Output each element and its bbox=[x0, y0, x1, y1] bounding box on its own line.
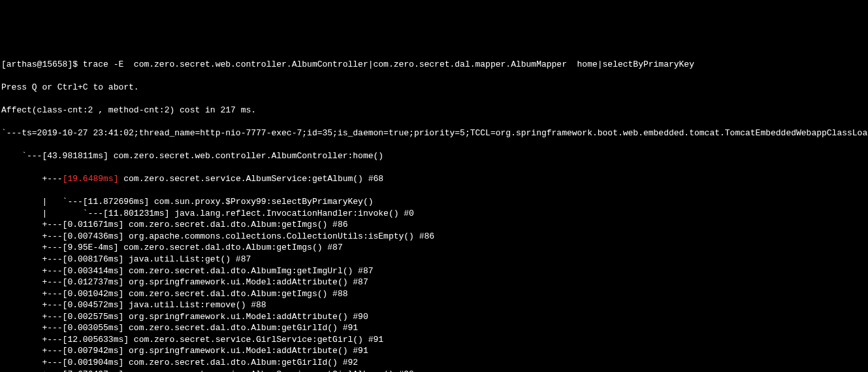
tree-prefix: +--- bbox=[1, 174, 63, 184]
root-call: `---[43.981811ms] com.zero.secret.web.co… bbox=[1, 150, 867, 162]
trace-tree: | `---[11.872696ms] com.sun.proxy.$Proxy… bbox=[1, 196, 867, 372]
trace-line: | `---[11.872696ms] com.sun.proxy.$Proxy… bbox=[1, 196, 867, 208]
trace-line: +---[0.002575ms] org.springframework.ui.… bbox=[1, 311, 867, 323]
abort-hint: Press Q or Ctrl+C to abort. bbox=[1, 82, 867, 93]
trace-line: | `---[11.801231ms] java.lang.reflect.In… bbox=[1, 208, 867, 220]
trace-line: +---[7.676497ms] com.zero.secret.service… bbox=[1, 369, 867, 373]
trace-line: +---[0.003055ms] com.zero.secret.dal.dto… bbox=[1, 322, 867, 334]
trace-line: +---[0.008176ms] java.util.List:get() #8… bbox=[1, 254, 867, 265]
trace-line: +---[0.007436ms] org.apache.commons.coll… bbox=[1, 231, 867, 243]
highlighted-call: +---[19.6489ms] com.zero.secret.service.… bbox=[1, 173, 867, 185]
trace-line: +---[0.001904ms] com.zero.secret.dal.dto… bbox=[1, 357, 867, 369]
affect-status: Affect(class-cnt:2 , method-cnt:2) cost … bbox=[1, 105, 867, 116]
trace-line: +---[9.95E-4ms] com.zero.secret.dal.dto.… bbox=[1, 242, 867, 254]
command-prompt: [arthas@15658]$ trace -E com.zero.secret… bbox=[1, 59, 867, 71]
trace-line: +---[12.005633ms] com.zero.secret.servic… bbox=[1, 334, 867, 346]
trace-line: +---[0.001042ms] com.zero.secret.dal.dto… bbox=[1, 288, 867, 300]
trace-line: +---[0.003414ms] com.zero.secret.dal.dto… bbox=[1, 265, 867, 277]
trace-line: +---[0.007942ms] org.springframework.ui.… bbox=[1, 345, 867, 357]
trace-line: +---[0.004572ms] java.util.List:remove()… bbox=[1, 299, 867, 311]
terminal-output: [arthas@15658]$ trace -E com.zero.secret… bbox=[1, 47, 867, 372]
trace-header: `---ts=2019-10-27 23:41:02;thread_name=h… bbox=[1, 127, 867, 139]
prompt-text: [arthas@15658]$ trace -E com.zero.secret… bbox=[1, 59, 694, 69]
trace-line: +---[0.012737ms] org.springframework.ui.… bbox=[1, 277, 867, 288]
trace-line: +---[0.011671ms] com.zero.secret.dal.dto… bbox=[1, 219, 867, 231]
call-method: com.zero.secret.service.AlbumService:get… bbox=[118, 174, 383, 184]
slow-call-time: [19.6489ms] bbox=[63, 174, 119, 184]
